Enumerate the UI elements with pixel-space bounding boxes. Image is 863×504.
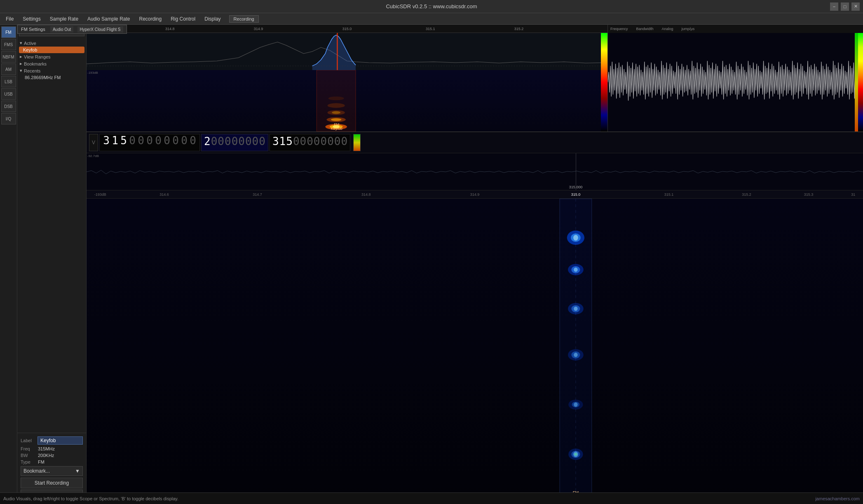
audio-out-tab[interactable]: Audio Out (50, 26, 73, 33)
menu-recording[interactable]: Recording (135, 14, 166, 23)
main-spectrum[interactable]: 314.8 314.9 315.0 315.1 315.2 (87, 25, 607, 131)
freq-axis-label-3152b: 315.2 (742, 192, 751, 197)
demod-btn-fm[interactable]: FM (1, 26, 16, 38)
chevron-recents-icon: ▾ (20, 68, 22, 73)
freq-digit-0h: 0 (189, 135, 197, 146)
db-label: -193dB (87, 71, 98, 75)
freq-axis-second: -193dB 314.6 314.7 314.8 314.9 315.0 315… (87, 190, 863, 198)
bw-digit-0h: 0 (259, 135, 265, 148)
freq-digit-0f: 0 (171, 135, 180, 146)
center-digit-0e: 0 (321, 135, 327, 148)
freq-axis-label-3148b: 314.8 (361, 192, 371, 197)
freq-row: Freq 315MHz (21, 446, 83, 451)
freq-axis-label-315: 315.0 (571, 192, 581, 197)
menu-display[interactable]: Display (200, 14, 225, 23)
bw-digit-0g: 0 (252, 135, 259, 148)
type-row: Type FM (21, 459, 83, 464)
maximize-button[interactable]: □ (841, 2, 849, 11)
svg-rect-15 (87, 199, 863, 504)
chevron-view-ranges-icon: ▸ (20, 54, 22, 59)
bookmark-dropdown[interactable]: Bookmark... ▼ (21, 466, 83, 476)
top-spectrum-area: 314.8 314.9 315.0 315.1 315.2 (87, 25, 863, 132)
demod-btn-iq[interactable]: I/Q (1, 113, 16, 124)
menu-rig-control[interactable]: Rig Control (167, 14, 199, 23)
center-digit-0b: 0 (300, 135, 307, 148)
menu-file[interactable]: File (2, 14, 18, 23)
statusbar-text: Audio Visuals, drag left/right to toggle… (3, 496, 178, 501)
demod-btn-lsb[interactable]: LSB (1, 76, 16, 87)
minimize-button[interactable]: − (830, 2, 838, 11)
statusbar: Audio Visuals, drag left/right to toggle… (0, 492, 863, 504)
menu-settings[interactable]: Settings (19, 14, 45, 23)
demod-btn-nbfm[interactable]: NBFM (1, 51, 16, 63)
bw-digit-0b: 0 (218, 135, 224, 148)
second-spectrum-row: -193dB 314.6 314.7 314.8 314.9 315.0 315… (87, 153, 863, 199)
center-digit-0c: 0 (307, 135, 313, 148)
waveform-labels: Frequency Bandwidth Analog jump/μs (608, 25, 863, 33)
demod-btn-usb[interactable]: USB (1, 88, 16, 100)
tree-recents-section[interactable]: ▾ Recents (17, 67, 86, 74)
bw-value: 200KHz (38, 453, 54, 458)
freq-digit-0b: 0 (137, 135, 145, 146)
tree-item-keyfob[interactable]: Keyfob (19, 47, 84, 53)
bookmark-tree: ▾ Active Keyfob ▸ View Ranges ▸ Bookmark… (17, 38, 86, 433)
freq-axis-label-1938: -193dB (94, 192, 106, 197)
freq-display-bar: V 3 1 5 0 0 0 0 0 0 0 0 2 0 0 0 0 (87, 132, 863, 153)
s-meter (855, 33, 858, 131)
spectrum-svg (87, 33, 607, 70)
center-digit-3: 3 (272, 135, 279, 148)
label-frequency: Frequency (610, 27, 628, 31)
label-row: Label (21, 436, 83, 445)
tree-view-ranges-section[interactable]: ▸ View Ranges (17, 53, 86, 60)
freq-display-group: 3 1 5 0 0 0 0 0 0 0 0 (99, 134, 200, 151)
menubar: File Settings Sample Rate Audio Sample R… (0, 13, 863, 25)
channel-label: FM Keyfob (331, 122, 342, 131)
bookmark-dropdown-chevron: ▼ (75, 468, 80, 474)
freq-axis-label-3151b: 315.1 (664, 192, 674, 197)
close-button[interactable]: ✕ (851, 2, 860, 11)
freq-value: 315MHz (38, 446, 55, 451)
freq-axis-label-3149b: 314.9 (470, 192, 480, 197)
headset-tab[interactable]: HyperX Cloud Flight S (77, 26, 123, 33)
main-area: 314.8 314.9 315.0 315.1 315.2 (87, 25, 863, 504)
center-digit-0a: 0 (293, 135, 300, 148)
bw-row: BW 200KHz (21, 453, 83, 458)
start-recording-button[interactable]: Start Recording (21, 478, 83, 488)
titlebar: CubicSDR v0.2.5 :: www.cubicsdr.com − □ … (0, 0, 863, 13)
freq-digit-0g: 0 (180, 135, 188, 146)
channel-label-fm: FM (331, 122, 342, 127)
recording-tab[interactable]: Recording (229, 15, 259, 23)
bw-digit-0a: 0 (211, 135, 218, 148)
bw-display-group: 2 0 0 0 0 0 0 0 0 (201, 134, 268, 151)
window-controls: − □ ✕ (830, 2, 860, 11)
bw-digit-0d: 0 (232, 135, 238, 148)
type-value: FM (38, 459, 45, 464)
tree-bookmarks-section[interactable]: ▸ Bookmarks (17, 60, 86, 67)
main-waterfall[interactable]: FM Keyfob (87, 199, 863, 504)
recents-label: Recents (24, 68, 40, 73)
freq-ruler-top: 314.8 314.9 315.0 315.1 315.2 (87, 25, 607, 33)
menu-sample-rate[interactable]: Sample Rate (46, 14, 82, 23)
main-waterfall-svg (87, 199, 863, 504)
v-button[interactable]: V (89, 134, 98, 151)
freq-field-label: Freq (21, 446, 38, 451)
label-input[interactable] (38, 436, 83, 445)
demod-sidebar: FM FMS NBFM AM LSB USB DSB I/Q (0, 25, 17, 504)
tree-active-section[interactable]: ▾ Active (17, 40, 86, 47)
freq-axis-label-3146: 314.6 (159, 192, 169, 197)
freq-axis-label-3147: 314.7 (253, 192, 262, 197)
left-panel: FM Settings Audio Out HyperX Cloud Fligh… (17, 25, 87, 504)
demod-btn-dsb[interactable]: DSB (1, 101, 16, 112)
freq-digit-0e: 0 (163, 135, 171, 146)
waterfall-svg (87, 70, 607, 131)
demod-btn-am[interactable]: AM (1, 63, 16, 75)
bw-digit-0c: 0 (225, 135, 231, 148)
menu-audio-sample-rate[interactable]: Audio Sample Rate (83, 14, 134, 23)
demod-btn-fms[interactable]: FMS (1, 39, 16, 50)
freq-label-3151: 315.1 (426, 27, 435, 31)
label-bandwidth: Bandwidth (636, 27, 654, 31)
freq-label-3148: 314.8 (165, 27, 175, 31)
freq-digit-1: 1 (111, 135, 119, 146)
fm-settings-popup: FM Settings Audio Out HyperX Cloud Fligh… (17, 25, 127, 34)
tree-item-recent-1[interactable]: 86.28669MHz FM (17, 74, 86, 81)
